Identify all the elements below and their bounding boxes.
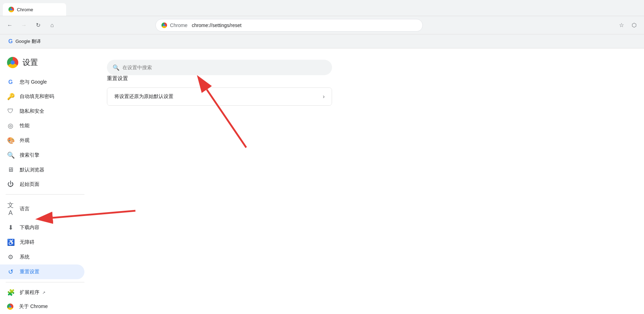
shield-icon: 🛡 (7, 107, 14, 115)
sidebar-item-google[interactable]: G 您与 Google (0, 75, 84, 89)
toolbar-right: ☆ ⬡ (616, 20, 640, 31)
sidebar: 设置 G 您与 Google 🔑 自动填充和密码 🛡 隐私和安全 ◎ 性能 🎨 … (0, 48, 90, 314)
sidebar-label-about: 关于 Chrome (19, 303, 48, 310)
sidebar-label-extensions-wrap: 扩展程序 ↗ (20, 289, 45, 296)
performance-icon: ◎ (7, 122, 14, 130)
tab-favicon (8, 7, 14, 12)
reset-card: 将设置还原为原始默认设置 › (107, 87, 332, 106)
sidebar-item-autofill[interactable]: 🔑 自动填充和密码 (0, 89, 84, 104)
sidebar-label-autofill: 自动填充和密码 (20, 93, 54, 100)
sidebar-item-search[interactable]: 🔍 搜索引擎 (0, 148, 84, 163)
settings-search-input[interactable] (107, 60, 332, 75)
nav-divider-2 (6, 282, 84, 282)
startup-icon: ⏻ (7, 181, 14, 188)
reset-defaults-item[interactable]: 将设置还原为原始默认设置 › (107, 88, 332, 105)
sidebar-item-accessibility[interactable]: ♿ 无障碍 (0, 235, 84, 250)
bookmark-button[interactable]: ☆ (616, 20, 627, 31)
bookmark-bar: G Google 翻译 (0, 34, 644, 48)
sidebar-label-language: 语言 (20, 206, 30, 212)
sidebar-item-startup[interactable]: ⏻ 起始页面 (0, 177, 84, 191)
main-content: 🔍 重置设置 将设置还原为原始默认设置 › (90, 48, 644, 314)
tab-bar: Chrome (0, 0, 644, 16)
external-link-icon: ↗ (42, 290, 45, 295)
active-tab[interactable]: Chrome (3, 3, 66, 16)
extensions-nav-icon: 🧩 (7, 289, 14, 296)
sidebar-item-downloads[interactable]: ⬇ 下载内容 (0, 220, 84, 235)
browser-icon: 🖥 (7, 166, 14, 174)
chrome-logo (7, 57, 18, 68)
nav-divider-1 (6, 194, 84, 195)
sidebar-item-default-browser[interactable]: 🖥 默认浏览器 (0, 163, 84, 177)
sidebar-label-privacy: 隐私和安全 (20, 108, 44, 115)
search-icon: 🔍 (113, 64, 120, 71)
sidebar-item-appearance[interactable]: 🎨 外观 (0, 133, 84, 148)
download-icon: ⬇ (7, 224, 14, 231)
sidebar-label-google: 您与 Google (20, 79, 47, 85)
sidebar-item-performance[interactable]: ◎ 性能 (0, 118, 84, 133)
back-button[interactable]: ← (4, 20, 15, 31)
settings-header: 设置 (0, 54, 90, 75)
key-icon: 🔑 (7, 93, 14, 100)
extensions-button[interactable]: ⬡ (629, 20, 640, 31)
address-bar: ← → ↻ ⌂ Chrome chrome://settings/reset ☆… (0, 16, 644, 34)
accessibility-icon: ♿ (7, 238, 14, 246)
reset-icon: ↺ (7, 268, 14, 276)
url-address: chrome://settings/reset (192, 22, 242, 28)
sidebar-item-about[interactable]: 关于 Chrome (0, 300, 84, 313)
sidebar-label-default-browser: 默认浏览器 (20, 167, 44, 173)
sidebar-label-system: 系统 (20, 254, 30, 260)
language-icon: 文A (7, 201, 14, 217)
appearance-icon: 🎨 (7, 137, 14, 144)
sidebar-label-accessibility: 无障碍 (20, 239, 34, 246)
sidebar-item-language[interactable]: 文A 语言 (0, 197, 84, 220)
sidebar-label-extensions: 扩展程序 (20, 289, 39, 296)
google-icon: G (7, 79, 14, 86)
url-text: Chrome (170, 22, 187, 28)
about-chrome-icon (7, 303, 13, 310)
sidebar-item-reset[interactable]: ↺ 重置设置 (0, 264, 84, 279)
settings-body: 设置 G 您与 Google 🔑 自动填充和密码 🛡 隐私和安全 ◎ 性能 🎨 … (0, 48, 644, 314)
sidebar-label-downloads: 下载内容 (20, 224, 39, 231)
sidebar-item-system[interactable]: ⚙ 系统 (0, 250, 84, 264)
sidebar-label-search: 搜索引擎 (20, 152, 39, 158)
sidebar-label-reset: 重置设置 (20, 269, 39, 275)
sidebar-label-appearance: 外观 (20, 137, 30, 144)
bookmark-label-translate: Google 翻译 (15, 38, 41, 45)
bookmark-item-translate[interactable]: G Google 翻译 (4, 37, 44, 46)
reset-defaults-label: 将设置还原为原始默认设置 (114, 93, 173, 100)
section-title: 重置设置 (107, 75, 627, 82)
sidebar-label-startup: 起始页面 (20, 181, 39, 188)
search-nav-icon: 🔍 (7, 151, 14, 159)
sidebar-item-privacy[interactable]: 🛡 隐私和安全 (0, 104, 84, 118)
chevron-right-icon: › (323, 93, 325, 100)
sidebar-label-performance: 性能 (20, 123, 30, 129)
sidebar-item-extensions[interactable]: 🧩 扩展程序 ↗ (0, 285, 84, 300)
reload-button[interactable]: ↻ (32, 20, 44, 31)
tab-label: Chrome (17, 7, 33, 12)
home-button[interactable]: ⌂ (46, 20, 58, 31)
translate-icon: G (7, 38, 14, 45)
settings-title: 设置 (23, 57, 38, 68)
url-bar[interactable]: Chrome chrome://settings/reset (155, 19, 423, 32)
system-icon: ⚙ (7, 253, 14, 261)
browser-frame: Chrome ← → ↻ ⌂ Chrome chrome://settings/… (0, 0, 644, 314)
search-wrap: 🔍 (107, 60, 332, 75)
forward-button[interactable]: → (18, 20, 30, 31)
url-favicon (161, 22, 167, 28)
